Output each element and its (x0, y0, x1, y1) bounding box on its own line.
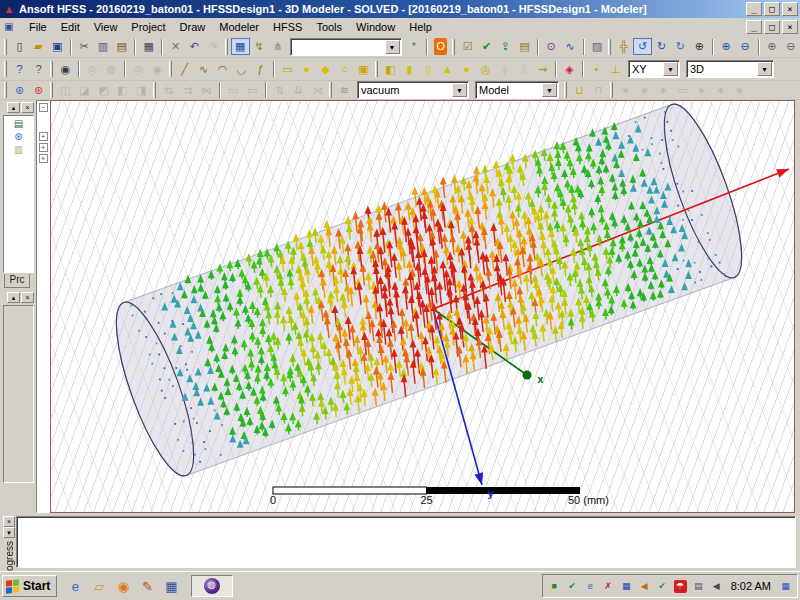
rotate-axis-icon[interactable]: ↻ (652, 38, 671, 55)
create-report-icon[interactable]: ∿ (561, 38, 580, 55)
quick-ie-icon[interactable]: e (65, 576, 85, 596)
draw-helix-icon[interactable]: ∮ (495, 61, 514, 78)
draw-line-icon[interactable]: ╱ (175, 61, 194, 78)
draw-rectangle-icon[interactable]: ▭ (278, 61, 297, 78)
object-type-combo[interactable]: Model▼ (475, 81, 559, 99)
zoom-in-icon[interactable]: ⊕ (763, 38, 782, 55)
hide-selection-icon[interactable]: ◎ (83, 61, 102, 78)
validate-icon[interactable]: ☑ (458, 38, 477, 55)
report-icon[interactable]: ▥ (14, 144, 23, 155)
show-all-icon[interactable]: ◉ (56, 61, 75, 78)
menu-draw[interactable]: Draw (173, 19, 213, 35)
add-solution-setup-icon[interactable]: * (405, 38, 424, 55)
duplicate-line-icon[interactable]: ⇅ (270, 82, 289, 99)
tray-update-ok-icon[interactable]: ✔ (655, 579, 670, 594)
measure-area-icon[interactable]: ∗ (730, 82, 749, 99)
tree-expand-icon[interactable]: + (39, 143, 48, 152)
offset-icon[interactable]: ▭ (243, 82, 262, 99)
open-box-icon[interactable]: ⊔ (570, 82, 589, 99)
measure-position-icon[interactable]: ∗ (692, 82, 711, 99)
design-icon[interactable]: ⊛ (14, 131, 22, 142)
tree-expand-icon[interactable]: + (39, 132, 48, 141)
subtract-icon[interactable]: ◪ (75, 82, 94, 99)
draw-box-icon[interactable]: ◧ (381, 61, 400, 78)
restore-icon[interactable]: □ (764, 2, 780, 16)
cut-icon[interactable]: ✂ (75, 38, 94, 55)
measure-length-icon[interactable]: ∗ (711, 82, 730, 99)
menu-window[interactable]: Window (349, 19, 402, 35)
tray-avira-icon[interactable]: ☂ (673, 579, 688, 594)
dock-pin-icon[interactable]: ▴ (7, 102, 20, 113)
tray-usb-icon[interactable]: ✔ (565, 579, 580, 594)
quick-paint-icon[interactable]: ✎ (137, 576, 157, 596)
simulation-combo[interactable]: ▼ (290, 38, 401, 56)
duplicate-axis-icon[interactable]: ⇊ (289, 82, 308, 99)
plane-combo[interactable]: XY▼ (628, 60, 680, 78)
rotate-object-icon[interactable]: ⇉ (178, 82, 197, 99)
quick-display-icon[interactable]: ▦ (161, 576, 181, 596)
draw-point-icon[interactable]: • (587, 61, 606, 78)
select-object-icon[interactable]: ⊛ (10, 82, 29, 99)
rotate-screen-icon[interactable]: ↻ (671, 38, 690, 55)
modeler-canvas[interactable]: 02550 (mm)zyx (51, 101, 795, 512)
field-overlays-icon[interactable]: ⊙ (542, 38, 561, 55)
snap-face-icon[interactable]: ∗ (654, 82, 673, 99)
chevron-down-icon[interactable]: ▼ (385, 40, 400, 54)
zoom-in-rect-icon[interactable]: ⊕ (717, 38, 736, 55)
results-icon[interactable]: ▤ (515, 38, 534, 55)
tray-volume-orange-icon[interactable]: ◀ (637, 579, 652, 594)
solve-loop-icon[interactable]: ↯ (250, 38, 269, 55)
draw-spline-icon[interactable]: ∿ (194, 61, 213, 78)
mdi-close-icon[interactable]: × (782, 20, 798, 34)
menu-modeler[interactable]: Modeler (212, 19, 266, 35)
draw-ellipse-icon[interactable]: ○ (335, 61, 354, 78)
submit-job-icon[interactable]: ⇪ (496, 38, 515, 55)
help-topics-icon[interactable]: ? (10, 61, 29, 78)
save-icon[interactable]: ▣ (48, 38, 67, 55)
minimize-icon[interactable]: _ (746, 2, 762, 16)
dock-close-icon[interactable]: × (21, 292, 34, 303)
intersect-icon[interactable]: ◩ (94, 82, 113, 99)
unite-icon[interactable]: ◫ (56, 82, 75, 99)
zoom-out-rect-icon[interactable]: ⊖ (736, 38, 755, 55)
tree-collapse-icon[interactable]: − (39, 103, 48, 112)
sweep-path-icon[interactable]: ≋ (335, 82, 354, 99)
pan-icon[interactable]: ╬ (614, 38, 633, 55)
project-tree[interactable]: ▤⊛▥ (3, 115, 34, 273)
show-hidden-icon[interactable]: ◉ (148, 61, 167, 78)
dock-pin-icon[interactable]: ▴ (7, 292, 20, 303)
draw-arc-3pt-icon[interactable]: ◡ (232, 61, 251, 78)
tray-network-icon[interactable]: ▦ (778, 579, 793, 594)
solution-data-icon[interactable]: ⋔ (269, 38, 288, 55)
move-icon[interactable]: ⇆ (159, 82, 178, 99)
drawing-mode-combo[interactable]: 3D▼ (686, 60, 774, 78)
paste-icon[interactable]: ▤ (112, 38, 131, 55)
mdi-restore-icon[interactable]: □ (764, 20, 780, 34)
draw-arc-center-icon[interactable]: ◠ (213, 61, 232, 78)
copy-image-icon[interactable]: ▨ (588, 38, 607, 55)
print-icon[interactable]: ▦ (139, 38, 158, 55)
duplicate-mirror-icon[interactable]: ⋊ (308, 82, 327, 99)
draw-polygon-icon[interactable]: ◆ (316, 61, 335, 78)
start-button[interactable]: Start (2, 575, 57, 597)
zoom-out-icon[interactable]: ⊖ (781, 38, 800, 55)
draw-equation-curve-icon[interactable]: ƒ (251, 61, 270, 78)
menu-project[interactable]: Project (124, 19, 172, 35)
close-icon[interactable]: × (782, 2, 798, 16)
menu-hfss[interactable]: HFSS (266, 19, 309, 35)
project-tab[interactable]: Prc (4, 274, 30, 288)
menu-help[interactable]: Help (402, 19, 439, 35)
menu-tools[interactable]: Tools (309, 19, 349, 35)
select-face-icon[interactable]: ⊛ (29, 82, 48, 99)
draw-circle-icon[interactable]: ● (297, 61, 316, 78)
progress-pin-icon[interactable]: ▾ (3, 527, 15, 538)
material-combo[interactable]: vacuum▼ (357, 81, 469, 99)
mirror-icon[interactable]: ⋈ (197, 82, 216, 99)
tree-expand-icon[interactable]: + (39, 154, 48, 163)
optimetrics-icon[interactable]: O (431, 38, 450, 55)
quick-explorer-icon[interactable]: ▱ (89, 576, 109, 596)
project-doc-icon[interactable]: ▤ (14, 118, 23, 129)
snap-grid-icon[interactable]: ▭ (673, 82, 692, 99)
dock-close-icon[interactable]: × (21, 102, 34, 113)
analyze-icon[interactable]: ▦ (231, 38, 250, 55)
